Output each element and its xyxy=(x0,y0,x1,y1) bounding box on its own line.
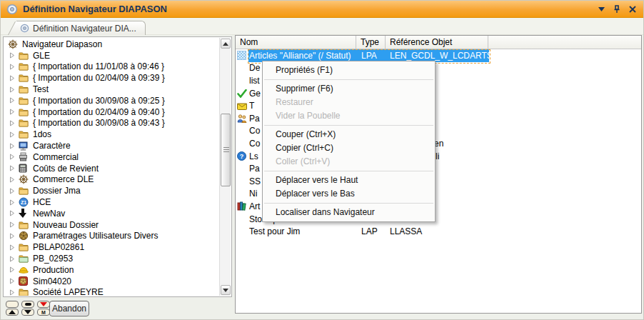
expander-icon[interactable] xyxy=(9,289,19,296)
tree-item[interactable]: Z1 HCE xyxy=(4,196,219,208)
tree-item[interactable]: Caractère xyxy=(4,140,219,151)
expander-icon[interactable] xyxy=(9,221,19,228)
expander-icon[interactable] xyxy=(9,109,19,115)
expander-icon[interactable] xyxy=(9,266,19,273)
expander-icon[interactable] xyxy=(9,97,19,104)
m-tool-button[interactable]: M xyxy=(37,309,50,316)
tree-scrollbar[interactable] xyxy=(219,38,231,296)
bar-tool-button[interactable] xyxy=(21,301,34,308)
triangle-up-icon xyxy=(9,310,16,314)
context-menu-item[interactable]: Déplacer vers le Haut xyxy=(263,174,435,187)
expander-icon[interactable] xyxy=(9,154,19,160)
tree-item[interactable]: NewNav xyxy=(4,208,219,219)
tree-item[interactable]: Commerce DLE xyxy=(4,174,219,186)
context-menu-item[interactable]: Localiser dans Navigateur xyxy=(263,206,435,219)
context-menu-item[interactable]: Déplacer vers le Bas xyxy=(263,187,435,201)
tree-item[interactable]: { Importation du 02/04/09 à 09:39 } xyxy=(4,72,219,84)
expander-icon[interactable] xyxy=(9,52,19,59)
tree-item[interactable]: Test xyxy=(4,84,219,95)
tree-item[interactable]: { Importation du 11/01/08 à 09:46 } xyxy=(4,61,219,73)
expander-icon[interactable] xyxy=(9,143,19,149)
tree-item[interactable]: { Importation du 30/09/08 à 09:43 } xyxy=(4,118,219,129)
context-menu-item[interactable]: Copier (Ctrl+C) xyxy=(263,141,435,155)
tree-root-item[interactable]: Navigateur Diapason xyxy=(4,39,219,50)
red-wheel-icon xyxy=(19,276,32,286)
tree-item[interactable]: { Importation du 30/09/08 à 09:25 } xyxy=(4,95,219,106)
tab-definition-navigateur[interactable]: Définition Navigateur DIA... xyxy=(16,21,146,35)
expander-icon[interactable] xyxy=(9,176,19,183)
blank-tool-button[interactable] xyxy=(6,301,19,308)
tree-item[interactable]: Sim04020 xyxy=(4,276,219,287)
pin-icon[interactable] xyxy=(612,4,622,14)
expander-icon[interactable] xyxy=(9,278,19,284)
tree-item[interactable]: PBLAP02861 xyxy=(4,241,219,253)
svg-text:Z1: Z1 xyxy=(21,200,26,205)
titlebar: Définition Navigateur DIAPASON xyxy=(1,1,644,18)
tree-item[interactable]: Coûts de Revient xyxy=(4,163,219,174)
tree-item[interactable]: Production xyxy=(4,264,219,276)
column-header-reference-objet[interactable]: Référence Objet xyxy=(386,36,488,49)
scrollbar-thumb[interactable] xyxy=(221,114,231,186)
expander-icon[interactable] xyxy=(9,165,19,171)
tree-item[interactable]: Commercial xyxy=(4,151,219,163)
context-menu-item[interactable]: Supprimer (F6) xyxy=(263,82,435,96)
context-menu-item[interactable]: Couper (Ctrl+X) xyxy=(263,128,435,141)
close-icon[interactable] xyxy=(628,4,638,14)
expander-icon[interactable] xyxy=(9,120,19,126)
tree-item[interactable]: GLE xyxy=(4,50,219,61)
calculator-icon xyxy=(19,164,32,173)
chevron-down-icon[interactable] xyxy=(596,4,606,14)
expander-icon[interactable] xyxy=(9,199,19,206)
cell-reference: LLASSA xyxy=(385,226,641,236)
tree-item[interactable]: Dossier Jma xyxy=(4,185,219,196)
expander-icon[interactable] xyxy=(9,188,19,194)
bar-icon xyxy=(25,303,31,306)
tab-bar: Définition Navigateur DIA... xyxy=(1,18,644,35)
triangle-down-icon xyxy=(24,310,31,314)
tree-item-label: { Importation du 02/04/09 à 09:39 } xyxy=(32,73,165,83)
expander-icon[interactable] xyxy=(9,256,19,262)
expander-icon[interactable] xyxy=(9,233,19,239)
abandon-button[interactable]: Abandon xyxy=(49,301,89,316)
tree-item-label: Production xyxy=(32,265,74,275)
column-header-nom[interactable]: Nom xyxy=(236,36,356,49)
tree-item[interactable]: 1dos xyxy=(4,129,219,140)
tree-footer-toolbar: M Abandon xyxy=(3,299,232,319)
menu-separator xyxy=(264,171,433,171)
tree-item-label: PBLAP02861 xyxy=(32,242,84,252)
tree-item[interactable]: { Importation du 02/04/09 à 09:40 } xyxy=(4,106,219,118)
move-up-tool-button[interactable] xyxy=(6,309,19,316)
svg-text:?: ? xyxy=(240,153,244,160)
table-row[interactable]: Articles "Alliance" (/ Statut) LPA LEN_G… xyxy=(236,49,641,62)
tree-item-label: Caractère xyxy=(32,141,71,151)
monitor-icon xyxy=(19,141,32,151)
tree-item-label: Société LAPEYRE xyxy=(32,287,104,296)
red-triangle-down-icon xyxy=(40,302,47,306)
tree-item-label: PB_02953 xyxy=(32,254,73,264)
tree-item-label: Test xyxy=(32,84,49,94)
tree-item[interactable]: Nouveau Dossier xyxy=(4,219,219,231)
red-down-tool-button[interactable] xyxy=(37,301,50,308)
expander-icon[interactable] xyxy=(9,131,19,138)
scroll-up-icon[interactable] xyxy=(221,39,231,49)
expander-icon[interactable] xyxy=(9,75,19,81)
expander-icon[interactable] xyxy=(9,64,19,70)
move-down-tool-button[interactable] xyxy=(21,309,34,316)
expander-icon[interactable] xyxy=(9,210,19,216)
tab-logo-icon xyxy=(20,24,29,33)
books-icon xyxy=(236,201,248,211)
folder-icon xyxy=(19,130,32,139)
column-header-type[interactable]: Type xyxy=(356,36,386,49)
tree-item[interactable]: Paramétrages Utilisateurs Divers xyxy=(4,231,219,242)
tree-item[interactable]: Société LAPEYRE xyxy=(4,287,219,296)
scroll-down-icon[interactable] xyxy=(221,285,231,295)
table-row[interactable]: Test pour Jim LAP LLASSA xyxy=(236,225,641,238)
folder-icon xyxy=(19,108,32,116)
expander-icon[interactable] xyxy=(9,244,19,251)
expander-icon[interactable] xyxy=(9,86,19,93)
folder-icon xyxy=(19,221,32,229)
folder-icon xyxy=(19,96,32,105)
tree-item[interactable]: PB_02953 xyxy=(4,253,219,264)
context-menu-item[interactable]: Propriétés (F1) xyxy=(263,64,435,77)
app-logo-icon xyxy=(6,4,18,15)
